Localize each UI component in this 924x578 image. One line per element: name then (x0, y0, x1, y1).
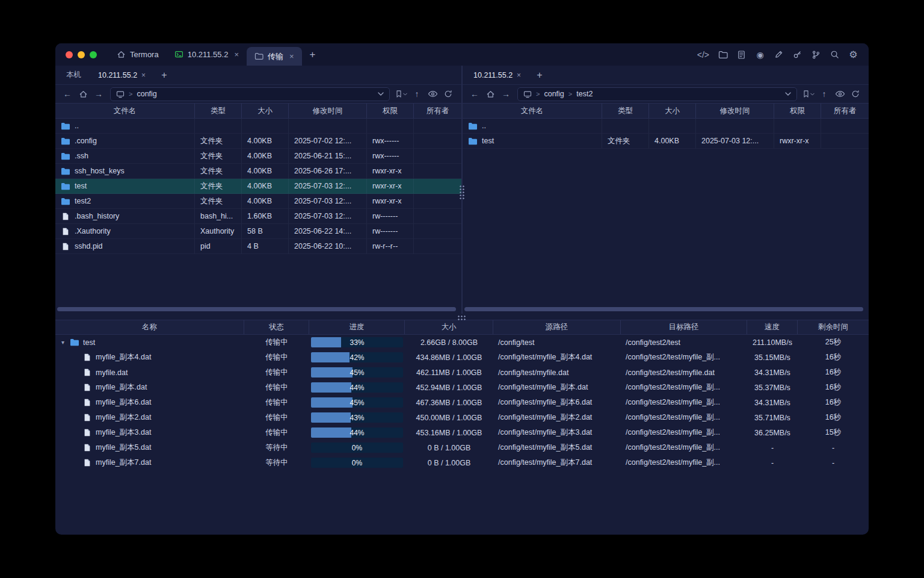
minimize-window-button[interactable] (78, 51, 85, 58)
search-icon[interactable] (830, 49, 840, 60)
zoom-window-button[interactable] (90, 51, 97, 58)
collapse-icon[interactable]: ▾ (60, 339, 66, 346)
column-header[interactable]: 类型 (602, 104, 649, 118)
tab-termora[interactable]: Termora (109, 43, 167, 66)
file-row-.config[interactable]: .config文件夹4.00KB2025-07-02 12:...rwx----… (55, 134, 461, 149)
transfer-row-myfile_副本2.dat[interactable]: myfile_副本2.dat传输中43%450.00MB / 1.00GB/co… (55, 410, 869, 425)
transfer-row-myfile.dat[interactable]: myfile.dat传输中45%462.11MB / 1.00GB/config… (55, 365, 869, 380)
transfer-row-myfile_副本4.dat[interactable]: myfile_副本4.dat传输中42%434.86MB / 1.00GB/co… (55, 350, 869, 365)
refresh-icon[interactable] (441, 87, 455, 101)
home-icon[interactable] (76, 87, 90, 101)
tab-ssh-session[interactable]: 10.211.55.2 × (167, 43, 247, 66)
column-header[interactable]: 剩余时间 (798, 320, 869, 334)
close-tab-icon[interactable]: × (289, 52, 294, 61)
right-breadcrumb[interactable]: > config > test2 (517, 87, 797, 101)
new-panel-tab-button[interactable]: + (154, 70, 174, 81)
column-header[interactable]: 权限 (367, 104, 414, 118)
file-row-test[interactable]: test文件夹4.00KB2025-07-03 12:...rwxr-xr-x (55, 179, 461, 194)
breadcrumb-segment[interactable]: config (137, 90, 156, 98)
forward-icon[interactable]: → (91, 87, 106, 101)
splitter-grip[interactable] (457, 315, 467, 322)
column-header[interactable]: 进度 (309, 320, 405, 334)
close-window-button[interactable] (66, 51, 73, 58)
column-header[interactable]: 源路径 (493, 320, 621, 334)
left-breadcrumb[interactable]: > config (110, 87, 390, 101)
transfer-row-myfile_副本5.dat[interactable]: myfile_副本5.dat等待中0%0 B / 1.00GB/config/t… (55, 440, 869, 455)
file-row-.Xauthority[interactable]: .XauthorityXauthority58 B2025-06-22 14:.… (55, 224, 461, 239)
file-row-.ssh[interactable]: .ssh文件夹4.00KB2025-06-21 15:...rwx------ (55, 149, 461, 164)
transfer-row-test[interactable]: ▾test传输中33%2.66GB / 8.00GB/config/test/c… (55, 335, 869, 350)
column-header[interactable]: 状态 (244, 320, 309, 334)
record-icon[interactable]: ◉ (755, 49, 765, 60)
file-row-sshd.pid[interactable]: sshd.pidpid4 B2025-06-22 10:...rw-r--r-- (55, 239, 461, 254)
column-header[interactable]: 类型 (195, 104, 242, 118)
parent-directory-icon[interactable]: ↑ (410, 87, 424, 101)
file-type-cell: pid (195, 239, 242, 254)
column-header[interactable]: 大小 (242, 104, 289, 118)
file-mtime-cell: 2025-06-22 10:... (289, 239, 367, 254)
transfer-row-myfile_副本.dat[interactable]: myfile_副本.dat传输中44%452.94MB / 1.00GB/con… (55, 380, 869, 395)
settings-gear-icon[interactable]: ⚙ (848, 49, 858, 60)
column-header[interactable]: 名称 (55, 320, 244, 334)
chevron-down-icon[interactable] (378, 92, 384, 96)
tab-transfer[interactable]: 传输 × (247, 47, 302, 66)
show-hidden-eye-icon[interactable] (425, 87, 440, 101)
folder-icon (61, 137, 70, 145)
bookmark-icon[interactable] (801, 87, 816, 101)
new-tab-button[interactable]: + (302, 49, 324, 61)
code-snippets-icon[interactable]: </> (697, 49, 709, 60)
file-type-cell: Xauthority (195, 224, 242, 239)
file-row-test2[interactable]: test2文件夹4.00KB2025-07-03 12:...rwxr-xr-x (55, 194, 461, 209)
horizontal-scrollbar[interactable] (464, 307, 863, 311)
transfer-progress-cell: 45% (309, 395, 405, 410)
back-icon[interactable]: ← (60, 87, 75, 101)
column-header[interactable]: 速度 (747, 320, 798, 334)
transfer-progress-cell: 0% (309, 455, 405, 470)
column-header[interactable]: 修改时间 (289, 104, 367, 118)
tab-local-machine[interactable]: 本机 (58, 66, 90, 84)
transfer-row-myfile_副本7.dat[interactable]: myfile_副本7.dat等待中0%0 B / 1.00GB/config/t… (55, 455, 869, 470)
tab-remote-10-211-55-2[interactable]: 10.211.55.2 × (90, 66, 154, 84)
forward-icon[interactable]: → (499, 87, 513, 101)
file-row-.bash_history[interactable]: .bash_historybash_hi...1.60KB2025-07-03 … (55, 209, 461, 224)
column-header[interactable]: 目标路径 (621, 320, 747, 334)
home-icon[interactable] (483, 87, 497, 101)
transfer-progress-cell: 0% (309, 440, 405, 455)
chevron-down-icon[interactable] (785, 92, 791, 96)
bookmark-icon[interactable] (394, 87, 408, 101)
close-tab-icon[interactable]: × (517, 71, 521, 79)
column-header[interactable]: 大小 (649, 104, 696, 118)
edit-icon[interactable] (774, 49, 784, 60)
parent-directory-icon[interactable]: ↑ (817, 87, 831, 101)
breadcrumb-segment[interactable]: test2 (576, 90, 593, 98)
file-row-..[interactable]: .. (55, 119, 461, 134)
log-icon[interactable] (736, 49, 747, 60)
column-header[interactable]: 文件名 (55, 104, 195, 118)
file-mtime-cell: 2025-07-03 12:... (289, 179, 367, 194)
horizontal-splitter[interactable] (55, 314, 869, 320)
transfer-speed-cell: 211.10MB/s (747, 335, 798, 350)
horizontal-scrollbar[interactable] (57, 307, 456, 311)
transfer-row-myfile_副本6.dat[interactable]: myfile_副本6.dat传输中45%467.36MB / 1.00GB/co… (55, 395, 869, 410)
close-tab-icon[interactable]: × (141, 71, 146, 79)
show-hidden-eye-icon[interactable] (833, 87, 847, 101)
column-header[interactable]: 文件名 (463, 104, 602, 118)
tab-remote-10-211-55-2[interactable]: 10.211.55.2 × (465, 66, 529, 84)
column-header[interactable]: 所有者 (414, 104, 461, 118)
back-icon[interactable]: ← (467, 87, 482, 101)
file-row-ssh_host_keys[interactable]: ssh_host_keys文件夹4.00KB2025-06-26 17:...r… (55, 164, 461, 179)
transfer-row-myfile_副本3.dat[interactable]: myfile_副本3.dat传输中44%453.16MB / 1.00GB/co… (55, 425, 869, 440)
close-tab-icon[interactable]: × (234, 50, 239, 59)
column-header[interactable]: 所有者 (821, 104, 869, 118)
new-panel-tab-button[interactable]: + (529, 70, 549, 81)
refresh-icon[interactable] (848, 87, 863, 101)
branch-icon[interactable] (811, 49, 821, 60)
folders-icon[interactable] (718, 49, 728, 60)
column-header[interactable]: 大小 (405, 320, 493, 334)
column-header[interactable]: 权限 (774, 104, 821, 118)
file-row-..[interactable]: .. (463, 119, 869, 134)
column-header[interactable]: 修改时间 (696, 104, 774, 118)
key-icon[interactable] (792, 49, 802, 60)
file-row-test[interactable]: test文件夹4.00KB2025-07-03 12:...rwxr-xr-x (463, 134, 869, 149)
breadcrumb-segment[interactable]: config (544, 90, 564, 98)
